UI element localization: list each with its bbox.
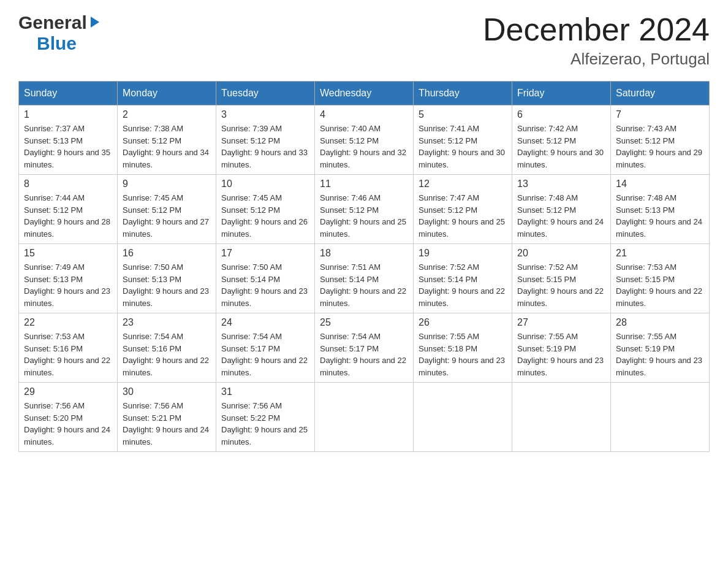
calendar-week-4: 22 Sunrise: 7:53 AM Sunset: 5:16 PM Dayl… bbox=[19, 313, 710, 383]
calendar-cell: 23 Sunrise: 7:54 AM Sunset: 5:16 PM Dayl… bbox=[118, 313, 216, 383]
day-number: 16 bbox=[123, 248, 211, 259]
day-number: 29 bbox=[24, 386, 112, 397]
day-number: 7 bbox=[616, 109, 704, 120]
day-info: Sunrise: 7:55 AM Sunset: 5:19 PM Dayligh… bbox=[517, 331, 605, 378]
day-number: 26 bbox=[419, 317, 507, 328]
day-number: 6 bbox=[517, 109, 605, 120]
day-info: Sunrise: 7:48 AM Sunset: 5:13 PM Dayligh… bbox=[616, 192, 704, 240]
calendar-week-3: 15 Sunrise: 7:49 AM Sunset: 5:13 PM Dayl… bbox=[19, 244, 710, 313]
calendar-cell: 16 Sunrise: 7:50 AM Sunset: 5:13 PM Dayl… bbox=[118, 244, 216, 313]
calendar-cell: 22 Sunrise: 7:53 AM Sunset: 5:16 PM Dayl… bbox=[19, 313, 118, 383]
day-number: 22 bbox=[24, 317, 112, 328]
calendar-cell: 18 Sunrise: 7:51 AM Sunset: 5:14 PM Dayl… bbox=[315, 244, 414, 313]
page-header: General Blue December 2024 Alfeizerao, P… bbox=[18, 12, 710, 69]
day-info: Sunrise: 7:56 AM Sunset: 5:20 PM Dayligh… bbox=[24, 400, 112, 448]
day-info: Sunrise: 7:50 AM Sunset: 5:13 PM Dayligh… bbox=[123, 261, 211, 309]
day-number: 8 bbox=[24, 178, 112, 190]
day-info: Sunrise: 7:51 AM Sunset: 5:14 PM Dayligh… bbox=[320, 261, 408, 309]
calendar-cell: 25 Sunrise: 7:54 AM Sunset: 5:17 PM Dayl… bbox=[315, 313, 414, 383]
day-number: 9 bbox=[123, 178, 211, 190]
day-number: 25 bbox=[320, 317, 408, 328]
day-info: Sunrise: 7:56 AM Sunset: 5:22 PM Dayligh… bbox=[221, 400, 309, 448]
day-info: Sunrise: 7:54 AM Sunset: 5:17 PM Dayligh… bbox=[320, 331, 408, 378]
day-info: Sunrise: 7:53 AM Sunset: 5:16 PM Dayligh… bbox=[24, 331, 112, 378]
day-number: 2 bbox=[123, 109, 211, 120]
day-info: Sunrise: 7:49 AM Sunset: 5:13 PM Dayligh… bbox=[24, 261, 112, 309]
day-info: Sunrise: 7:56 AM Sunset: 5:21 PM Dayligh… bbox=[123, 400, 211, 448]
calendar-week-1: 1 Sunrise: 7:37 AM Sunset: 5:13 PM Dayli… bbox=[19, 105, 710, 175]
calendar-cell: 30 Sunrise: 7:56 AM Sunset: 5:21 PM Dayl… bbox=[118, 383, 216, 452]
day-number: 18 bbox=[320, 248, 408, 259]
day-info: Sunrise: 7:53 AM Sunset: 5:15 PM Dayligh… bbox=[616, 261, 704, 309]
calendar-cell: 20 Sunrise: 7:52 AM Sunset: 5:15 PM Dayl… bbox=[512, 244, 611, 313]
day-number: 17 bbox=[221, 248, 309, 259]
day-number: 19 bbox=[419, 248, 507, 259]
day-info: Sunrise: 7:48 AM Sunset: 5:12 PM Dayligh… bbox=[517, 192, 605, 240]
day-number: 31 bbox=[221, 386, 309, 397]
logo-blue-text: Blue bbox=[37, 33, 77, 53]
day-info: Sunrise: 7:43 AM Sunset: 5:12 PM Dayligh… bbox=[616, 123, 704, 170]
day-info: Sunrise: 7:50 AM Sunset: 5:14 PM Dayligh… bbox=[221, 261, 309, 309]
day-number: 24 bbox=[221, 317, 309, 328]
day-number: 20 bbox=[517, 248, 605, 259]
header-friday: Friday bbox=[512, 82, 611, 105]
day-number: 21 bbox=[616, 248, 704, 259]
calendar-cell: 21 Sunrise: 7:53 AM Sunset: 5:15 PM Dayl… bbox=[611, 244, 710, 313]
calendar-title-section: December 2024 Alfeizerao, Portugal bbox=[483, 12, 710, 69]
day-info: Sunrise: 7:55 AM Sunset: 5:19 PM Dayligh… bbox=[616, 331, 704, 378]
calendar-cell: 11 Sunrise: 7:46 AM Sunset: 5:12 PM Dayl… bbox=[315, 175, 414, 244]
calendar-cell: 10 Sunrise: 7:45 AM Sunset: 5:12 PM Dayl… bbox=[216, 175, 315, 244]
day-info: Sunrise: 7:52 AM Sunset: 5:14 PM Dayligh… bbox=[419, 261, 507, 309]
day-info: Sunrise: 7:55 AM Sunset: 5:18 PM Dayligh… bbox=[419, 331, 507, 378]
calendar-cell: 1 Sunrise: 7:37 AM Sunset: 5:13 PM Dayli… bbox=[19, 105, 118, 175]
day-number: 12 bbox=[419, 178, 507, 190]
calendar-cell: 17 Sunrise: 7:50 AM Sunset: 5:14 PM Dayl… bbox=[216, 244, 315, 313]
day-info: Sunrise: 7:38 AM Sunset: 5:12 PM Dayligh… bbox=[123, 123, 211, 170]
calendar-cell: 29 Sunrise: 7:56 AM Sunset: 5:20 PM Dayl… bbox=[19, 383, 118, 452]
calendar-cell: 24 Sunrise: 7:54 AM Sunset: 5:17 PM Dayl… bbox=[216, 313, 315, 383]
logo: General Blue bbox=[18, 12, 102, 54]
day-info: Sunrise: 7:37 AM Sunset: 5:13 PM Dayligh… bbox=[24, 123, 112, 170]
day-info: Sunrise: 7:44 AM Sunset: 5:12 PM Dayligh… bbox=[24, 192, 112, 240]
calendar-cell: 13 Sunrise: 7:48 AM Sunset: 5:12 PM Dayl… bbox=[512, 175, 611, 244]
calendar-cell: 28 Sunrise: 7:55 AM Sunset: 5:19 PM Dayl… bbox=[611, 313, 710, 383]
header-sunday: Sunday bbox=[19, 82, 118, 105]
calendar-cell bbox=[611, 383, 710, 452]
header-thursday: Thursday bbox=[414, 82, 512, 105]
calendar-subtitle: Alfeizerao, Portugal bbox=[483, 50, 710, 69]
calendar-cell: 31 Sunrise: 7:56 AM Sunset: 5:22 PM Dayl… bbox=[216, 383, 315, 452]
calendar-cell: 3 Sunrise: 7:39 AM Sunset: 5:12 PM Dayli… bbox=[216, 105, 315, 175]
day-info: Sunrise: 7:42 AM Sunset: 5:12 PM Dayligh… bbox=[517, 123, 605, 170]
calendar-cell: 6 Sunrise: 7:42 AM Sunset: 5:12 PM Dayli… bbox=[512, 105, 611, 175]
calendar-cell: 26 Sunrise: 7:55 AM Sunset: 5:18 PM Dayl… bbox=[414, 313, 512, 383]
calendar-table: Sunday Monday Tuesday Wednesday Thursday… bbox=[18, 81, 710, 452]
header-saturday: Saturday bbox=[611, 82, 710, 105]
day-number: 4 bbox=[320, 109, 408, 120]
logo-general-text: General bbox=[18, 12, 87, 33]
day-info: Sunrise: 7:54 AM Sunset: 5:16 PM Dayligh… bbox=[123, 331, 211, 378]
day-number: 11 bbox=[320, 178, 408, 190]
day-info: Sunrise: 7:40 AM Sunset: 5:12 PM Dayligh… bbox=[320, 123, 408, 170]
day-number: 13 bbox=[517, 178, 605, 190]
calendar-cell bbox=[315, 383, 414, 452]
header-wednesday: Wednesday bbox=[315, 82, 414, 105]
calendar-cell: 19 Sunrise: 7:52 AM Sunset: 5:14 PM Dayl… bbox=[414, 244, 512, 313]
day-info: Sunrise: 7:46 AM Sunset: 5:12 PM Dayligh… bbox=[320, 192, 408, 240]
day-info: Sunrise: 7:45 AM Sunset: 5:12 PM Dayligh… bbox=[221, 192, 309, 240]
day-info: Sunrise: 7:41 AM Sunset: 5:12 PM Dayligh… bbox=[419, 123, 507, 170]
header-tuesday: Tuesday bbox=[216, 82, 315, 105]
day-number: 28 bbox=[616, 317, 704, 328]
calendar-cell: 7 Sunrise: 7:43 AM Sunset: 5:12 PM Dayli… bbox=[611, 105, 710, 175]
calendar-cell: 4 Sunrise: 7:40 AM Sunset: 5:12 PM Dayli… bbox=[315, 105, 414, 175]
day-number: 23 bbox=[123, 317, 211, 328]
day-number: 15 bbox=[24, 248, 112, 259]
day-number: 5 bbox=[419, 109, 507, 120]
calendar-week-5: 29 Sunrise: 7:56 AM Sunset: 5:20 PM Dayl… bbox=[19, 383, 710, 452]
day-number: 27 bbox=[517, 317, 605, 328]
calendar-cell: 5 Sunrise: 7:41 AM Sunset: 5:12 PM Dayli… bbox=[414, 105, 512, 175]
calendar-cell: 27 Sunrise: 7:55 AM Sunset: 5:19 PM Dayl… bbox=[512, 313, 611, 383]
calendar-cell bbox=[512, 383, 611, 452]
day-info: Sunrise: 7:47 AM Sunset: 5:12 PM Dayligh… bbox=[419, 192, 507, 240]
day-number: 3 bbox=[221, 109, 309, 120]
day-number: 14 bbox=[616, 178, 704, 190]
